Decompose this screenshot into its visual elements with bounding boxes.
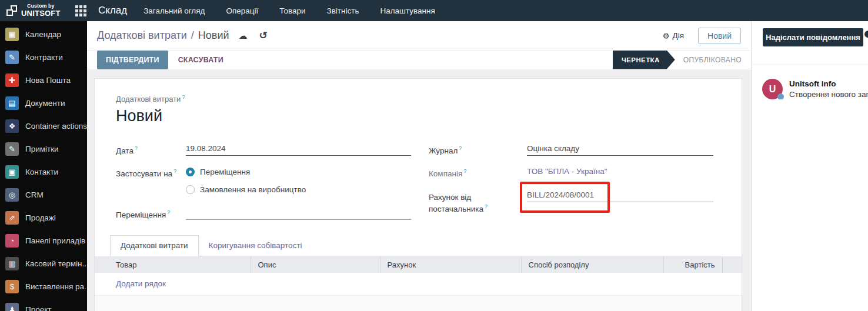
radio-manufacturing-order[interactable]: Замовлення на виробництво — [186, 185, 306, 194]
sidebar-item-label: Нова Пошта — [25, 76, 71, 85]
sidebar-item-dashboards[interactable]: ◔Панелі приладів — [0, 229, 87, 252]
col-cost[interactable]: Вартість — [663, 256, 722, 273]
gear-icon: ⚙ — [662, 31, 669, 41]
sidebar-item-nova-poshta[interactable]: ✚Нова Пошта — [0, 69, 87, 92]
new-button[interactable]: Новий — [698, 28, 741, 44]
table-header-row: Товар Опис Рахунок Спосіб розподілу Варт… — [95, 256, 742, 273]
current-app-name[interactable]: Склад — [98, 5, 127, 16]
sidebar-item-contacts[interactable]: ▣Контакти — [0, 160, 87, 183]
sidebar-item-sales[interactable]: ⇗Продажі — [0, 206, 87, 229]
breadcrumb-parent[interactable]: Додаткові витрати — [97, 29, 187, 42]
help-icon[interactable]: ? — [485, 203, 488, 209]
sidebar-item-label: Примітки — [25, 145, 59, 153]
contracts-icon: ✎ — [5, 51, 19, 64]
sidebar-item-project[interactable]: ♟Проект — [0, 298, 87, 311]
notebook-tabs: Додаткові витрати Коригування собівартос… — [110, 235, 720, 256]
cancel-button[interactable]: СКАСУВАТИ — [178, 56, 223, 64]
field-label-transfers: Переміщення — [116, 210, 166, 219]
apps-grid-icon[interactable] — [75, 5, 86, 16]
tab-landed-costs[interactable]: Додаткові витрати — [110, 235, 199, 256]
field-label-vendor-bill: Рахунок від — [429, 193, 471, 202]
company-link[interactable]: ТОВ "БПЛА - Україна" — [527, 167, 713, 176]
sidebar-item-label: Проект — [25, 305, 51, 311]
menu-settings[interactable]: Налаштування — [380, 6, 435, 15]
col-account[interactable]: Рахунок — [380, 256, 521, 273]
sidebar-item-crm[interactable]: ◎CRM — [0, 183, 87, 206]
cost-lines-table: Товар Опис Рахунок Спосіб розподілу Варт… — [95, 256, 742, 296]
breadcrumb-separator: / — [191, 29, 194, 42]
logo-line2: UNITSOFT — [21, 9, 61, 18]
dashboards-icon: ◔ — [5, 234, 19, 248]
form-sheet: Додаткові витрати? Новий Дата? 19.08.202… — [94, 78, 742, 311]
avatar[interactable]: U — [762, 79, 783, 99]
tab-valuation-adjustments[interactable]: Коригування собівартості — [199, 236, 312, 256]
col-split-method[interactable]: Спосіб розподілу — [521, 256, 663, 273]
sidebar-item-notes[interactable]: ✎Примітки — [0, 138, 87, 160]
top-navbar: Custom by UNITSOFT Склад Загальний огляд… — [0, 0, 868, 21]
unitsoft-logo[interactable]: Custom by UNITSOFT — [0, 4, 69, 17]
menu-operations[interactable]: Операції — [226, 6, 258, 15]
avatar-status-dot — [777, 93, 784, 99]
contacts-icon: ▣ — [5, 165, 19, 179]
help-icon[interactable]: ? — [459, 145, 462, 151]
journal-input[interactable]: Оцінка складу — [527, 144, 713, 156]
col-actions — [722, 256, 742, 273]
pos-icon: ▥ — [5, 257, 19, 270]
radio-transfers[interactable]: Переміщення — [186, 168, 306, 176]
menu-reporting[interactable]: Звітність — [327, 6, 359, 15]
documents-icon: ▤ — [5, 96, 19, 110]
action-menu-button[interactable]: ⚙ Дія — [662, 31, 684, 41]
breadcrumb: Додаткові витрати / Новий — [97, 29, 229, 42]
stage-posted[interactable]: ОПУБЛІКОВАНО — [675, 56, 751, 64]
sidebar-item-contracts[interactable]: ✎Контракти — [0, 46, 87, 69]
notes-icon: ✎ — [5, 142, 19, 156]
col-description[interactable]: Опис — [251, 256, 380, 273]
add-line-link[interactable]: Додати рядок — [95, 273, 742, 296]
vendor-bill-input[interactable]: BILL/2024/08/0001 — [527, 190, 713, 202]
help-icon[interactable]: ? — [135, 145, 138, 151]
sidebar-item-calendar[interactable]: ▦Календар — [0, 23, 87, 46]
breadcrumb-current: Новий — [198, 29, 229, 42]
debug-bug-icon[interactable]: ⚈ — [864, 29, 868, 40]
stage-draft-badge[interactable]: ЧЕРНЕТКА — [613, 51, 675, 69]
sidebar-item-label: Продажі — [25, 213, 56, 222]
calendar-icon: ▦ — [5, 28, 19, 41]
chatter-message: U Unitsoft info Створення нового запису — [752, 65, 868, 99]
help-icon[interactable]: ? — [173, 168, 176, 174]
app-menu: Загальний огляд Операції Товари Звітніст… — [143, 6, 435, 15]
sidebar-item-documents[interactable]: ▤Документи — [0, 92, 87, 115]
radio-unselected-icon — [186, 185, 195, 194]
menu-overview[interactable]: Загальний огляд — [143, 6, 205, 15]
field-label-journal: Журнал — [429, 146, 458, 155]
transfers-input[interactable] — [186, 208, 411, 220]
radio-selected-icon — [186, 168, 195, 176]
sidebar-item-label: Контакти — [25, 168, 58, 176]
main-area: Додаткові витрати / Новий ☁ ↺ ⚙ Дія Нови… — [87, 21, 752, 311]
message-author: Unitsoft info — [789, 79, 868, 88]
discard-undo-icon[interactable]: ↺ — [259, 29, 268, 42]
model-label: Додаткові витрати — [116, 95, 181, 103]
date-input[interactable]: 19.08.2024 — [186, 144, 411, 156]
sidebar-item-label: Календар — [25, 30, 61, 39]
sidebar-item-invoicing[interactable]: $Виставлення ра... — [0, 275, 87, 298]
message-preview: Створення нового запису — [789, 90, 868, 99]
help-icon[interactable]: ? — [463, 168, 466, 174]
app-sidebar: ▦Календар✎Контракти✚Нова Пошта▤Документи… — [0, 21, 87, 311]
field-label-apply-on: Застосувати на — [116, 169, 172, 178]
sidebar-item-label: CRM — [25, 190, 44, 199]
help-icon[interactable]: ? — [182, 94, 185, 100]
send-message-button[interactable]: Надіслати повідомлення — [763, 28, 863, 46]
help-icon[interactable]: ? — [167, 209, 170, 215]
sidebar-item-puzzle[interactable]: ❖Container actions — [0, 115, 87, 138]
sidebar-item-pos[interactable]: ▥Касовий термін... — [0, 252, 87, 275]
col-product[interactable]: Товар — [95, 256, 251, 273]
sidebar-item-label: Виставлення ра... — [25, 282, 87, 291]
apply-on-radio-group: Переміщення Замовлення на виробництво — [186, 167, 306, 194]
unsaved-cloud-icon[interactable]: ☁ — [239, 31, 248, 41]
sidebar-item-label: Документи — [25, 99, 65, 108]
menu-products[interactable]: Товари — [279, 6, 305, 15]
unitsoft-logo-icon — [6, 5, 17, 16]
control-panel: Додаткові витрати / Новий ☁ ↺ ⚙ Дія Нови… — [87, 21, 751, 50]
confirm-button[interactable]: ПІДТВЕРДИТИ — [97, 51, 168, 69]
sales-icon: ⇗ — [5, 211, 19, 225]
